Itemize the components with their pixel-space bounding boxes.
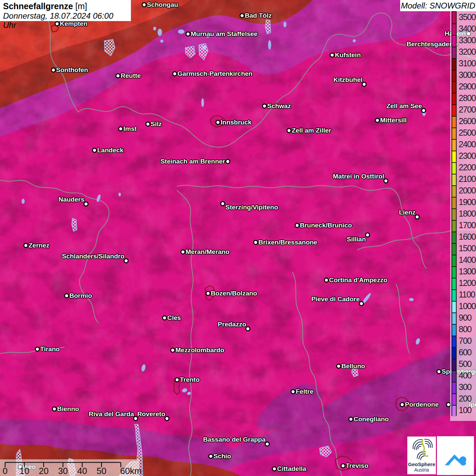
city-label: Meran/Merano bbox=[186, 248, 230, 256]
legend-value: 2900 bbox=[459, 82, 476, 91]
legend-color-2500 bbox=[452, 128, 456, 139]
scalebar-label: 10 bbox=[18, 466, 31, 476]
legend-value: 1100 bbox=[459, 290, 476, 299]
legend-value: 3200 bbox=[459, 47, 476, 56]
city-label: Feltre bbox=[296, 388, 313, 395]
legend-color-2000 bbox=[452, 185, 456, 197]
city-label: Mezzolombardo bbox=[175, 346, 224, 354]
legend-color-900 bbox=[452, 312, 456, 324]
legend-value: 2500 bbox=[459, 128, 476, 137]
legend-color-2900 bbox=[452, 81, 456, 93]
city-dot bbox=[375, 118, 380, 123]
map-scalebar: 0102030405060km bbox=[0, 459, 139, 476]
legend-color-400 bbox=[452, 370, 456, 382]
legend-value: 2300 bbox=[459, 151, 476, 160]
city-label: Cortina d'Ampezzo bbox=[329, 276, 387, 284]
legend-color-1900 bbox=[452, 197, 456, 208]
city-label: Murnau am Staffelsee bbox=[191, 30, 257, 38]
city-dot bbox=[146, 122, 151, 127]
legend-value: 2700 bbox=[459, 105, 476, 114]
city-label: Bassano del Grappa bbox=[203, 436, 266, 443]
city-label: Pordenone bbox=[405, 401, 439, 408]
geosphere-logo-country: Austria bbox=[407, 467, 436, 473]
legend-value: 2200 bbox=[459, 163, 476, 172]
legend-value: 900 bbox=[459, 313, 476, 322]
map-title: Schneefallgrenze [m] bbox=[3, 1, 128, 11]
geosphere-logo: GeoSphere Austria bbox=[407, 437, 436, 474]
legend-value: 2100 bbox=[459, 174, 476, 183]
legend-value: 800 bbox=[459, 325, 476, 334]
legend-value: 3100 bbox=[459, 59, 476, 68]
city-dot bbox=[291, 389, 296, 394]
legend-color-1800 bbox=[452, 208, 456, 220]
scalebar-label: 60km bbox=[120, 466, 134, 476]
city-dot bbox=[330, 53, 335, 58]
city-dot bbox=[208, 454, 214, 459]
legend-value: 700 bbox=[459, 336, 476, 345]
city-label: Innsbruck bbox=[221, 119, 252, 126]
city-dot bbox=[64, 293, 69, 299]
city-label: Bormio bbox=[69, 292, 92, 300]
city-label: Brixen/Bressanone bbox=[258, 239, 317, 246]
legend-value: 1800 bbox=[459, 209, 476, 218]
legend-color-1000 bbox=[452, 301, 456, 312]
legend-value: 1400 bbox=[459, 255, 476, 264]
scalebar-label: 30 bbox=[56, 466, 70, 476]
legend-color-2600 bbox=[452, 116, 456, 128]
city-label: Sonthofen bbox=[56, 66, 88, 74]
city-label: Predazzo bbox=[218, 321, 246, 328]
geosphere-logo-icon bbox=[409, 437, 434, 461]
city-dot bbox=[287, 128, 292, 133]
legend-color-500 bbox=[452, 359, 456, 370]
partner-logo bbox=[437, 436, 474, 475]
city-label: Pieve di Cadore bbox=[311, 295, 360, 303]
legend-value: 1300 bbox=[459, 267, 476, 276]
legend-color-3500 bbox=[452, 12, 456, 23]
legend-color-1600 bbox=[452, 232, 456, 243]
city-label: Mittersill bbox=[380, 117, 407, 124]
legend-value: 1900 bbox=[459, 198, 476, 206]
city-dot bbox=[272, 466, 277, 472]
legend-color-3300 bbox=[452, 35, 456, 47]
city-dot bbox=[35, 347, 40, 352]
city-dot bbox=[206, 291, 211, 296]
legend-color-3400 bbox=[452, 23, 456, 35]
legend-color-1400 bbox=[452, 255, 456, 266]
city-label: Silz bbox=[151, 120, 162, 128]
city-label: Zell am See bbox=[386, 102, 422, 110]
legend-color-1500 bbox=[452, 243, 456, 255]
city-label: Reutte bbox=[121, 72, 141, 80]
legend-value: 3300 bbox=[459, 36, 476, 45]
city-label: Bozen/Bolzano bbox=[211, 290, 257, 297]
city-dot bbox=[170, 348, 175, 353]
city-dot bbox=[116, 73, 121, 79]
city-dot bbox=[162, 316, 167, 321]
city-label: Schio bbox=[214, 453, 231, 460]
city-label: Bienno bbox=[57, 405, 79, 413]
title-parameter: Schneefallgrenze bbox=[3, 1, 73, 11]
city-label: Matrei in Osttirol bbox=[333, 173, 384, 180]
city-label: Bad Tölz bbox=[245, 12, 272, 19]
city-label: Schongau bbox=[147, 1, 178, 8]
city-dot bbox=[240, 13, 245, 18]
city-dot bbox=[118, 126, 123, 132]
city-label: Belluno bbox=[341, 362, 365, 370]
city-dot bbox=[92, 148, 97, 153]
city-label: Zernez bbox=[29, 242, 49, 249]
city-label: Tirano bbox=[40, 345, 60, 353]
city-dot bbox=[324, 278, 329, 283]
legend-value: 1200 bbox=[459, 278, 476, 287]
scalebar-label: 50 bbox=[95, 466, 108, 476]
city-label: Berchtesgaden bbox=[407, 40, 453, 48]
legend-value: 300 bbox=[459, 382, 476, 391]
legend-color-1100 bbox=[452, 289, 456, 301]
city-label: Cittadella bbox=[277, 465, 306, 473]
legend-color-2800 bbox=[452, 93, 456, 104]
legend-color-3100 bbox=[452, 58, 456, 70]
city-dot bbox=[437, 369, 442, 374]
city-dot bbox=[225, 159, 231, 164]
city-label: Lienz bbox=[399, 209, 415, 216]
geosphere-logo-name: GeoSphere bbox=[407, 462, 436, 467]
legend-value: 3000 bbox=[459, 70, 476, 79]
city-dot bbox=[400, 402, 405, 407]
